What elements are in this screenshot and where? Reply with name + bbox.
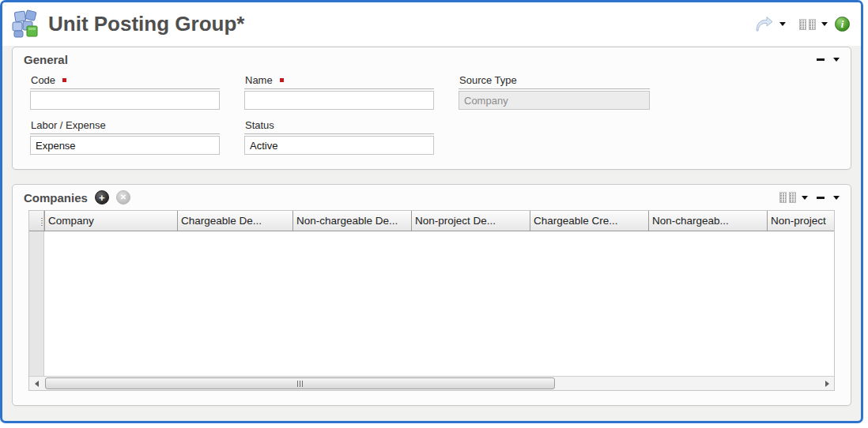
- thumb-grip-icon: [300, 381, 300, 387]
- arrow-left-icon: [35, 381, 39, 387]
- column-block-icon: [799, 19, 806, 30]
- column-chooser-icon[interactable]: [799, 19, 816, 30]
- companies-table: Company Chargeable De... Non-chargeable …: [28, 210, 835, 391]
- column-header-chargeable-debit[interactable]: Chargeable De...: [177, 211, 292, 231]
- horizontal-scrollbar[interactable]: [29, 376, 834, 390]
- column-block-icon: [789, 192, 796, 203]
- status-label-row: Status: [244, 119, 434, 134]
- column-header-non-chargeable-credit[interactable]: Non-chargeab...: [648, 211, 767, 231]
- status-input[interactable]: [244, 136, 434, 155]
- code-input[interactable]: [30, 91, 220, 110]
- required-marker-icon: [280, 78, 284, 82]
- source-type-field-group: Source Type: [459, 74, 650, 110]
- column-chooser-caret[interactable]: [821, 22, 828, 26]
- status-label: Status: [245, 119, 274, 131]
- page-content: General Code Name: [2, 46, 861, 406]
- scrollbar-thumb[interactable]: [45, 377, 555, 389]
- column-header-company[interactable]: Company: [44, 211, 177, 231]
- actions-dropdown-caret[interactable]: [779, 22, 786, 26]
- scroll-left-button[interactable]: [29, 377, 43, 390]
- companies-table-rows[interactable]: [44, 231, 834, 376]
- companies-panel-title: Companies: [24, 191, 88, 205]
- labor-expense-input[interactable]: [30, 136, 220, 155]
- general-panel: General Code Name: [12, 47, 851, 170]
- page-window: Unit Posting Group* i General: [0, 0, 863, 423]
- general-menu-caret[interactable]: [833, 58, 840, 62]
- code-field-group: Code: [30, 74, 220, 110]
- code-label-row: Code: [30, 74, 220, 89]
- posting-group-app-icon: [9, 9, 41, 40]
- companies-table-body: [29, 231, 834, 376]
- thumb-grip-icon: [302, 381, 303, 387]
- source-type-label-row: Source Type: [459, 74, 650, 89]
- add-company-button[interactable]: +: [95, 190, 109, 205]
- scrollbar-track[interactable]: [45, 377, 818, 389]
- column-header-non-project-debit[interactable]: Non-project De...: [411, 211, 530, 231]
- source-type-input: [459, 91, 650, 110]
- column-header-chargeable-credit[interactable]: Chargeable Cre...: [530, 211, 648, 231]
- source-type-label: Source Type: [459, 74, 517, 86]
- labor-expense-label-row: Labor / Expense: [30, 119, 220, 134]
- companies-table-header: Company Chargeable De... Non-chargeable …: [29, 211, 834, 231]
- labor-expense-label: Labor / Expense: [31, 119, 106, 131]
- collapse-general-icon[interactable]: [817, 58, 825, 61]
- name-label-row: Name: [244, 74, 434, 89]
- required-marker-icon: [62, 78, 66, 82]
- scroll-right-button[interactable]: [820, 377, 834, 390]
- name-label: Name: [245, 74, 273, 86]
- status-field-group: Status: [244, 119, 434, 155]
- labor-expense-field-group: Labor / Expense: [30, 119, 220, 155]
- companies-column-chooser-icon[interactable]: [779, 192, 796, 203]
- general-panel-title: General: [24, 53, 68, 66]
- row-selector-corner: [29, 211, 44, 231]
- name-field-group: Name: [244, 74, 434, 110]
- arrow-right-icon: [825, 381, 829, 387]
- info-icon[interactable]: i: [835, 17, 850, 32]
- actions-arrow-icon[interactable]: [753, 15, 774, 34]
- collapse-companies-icon[interactable]: [817, 197, 825, 199]
- delete-company-button: ✕: [116, 190, 130, 205]
- column-block-icon: [809, 19, 816, 30]
- page-title: Unit Posting Group*: [48, 12, 753, 36]
- name-input[interactable]: [244, 91, 434, 110]
- row-selector-column: [29, 231, 44, 376]
- column-header-non-chargeable-debit[interactable]: Non-chargeable De...: [292, 211, 411, 231]
- column-header-non-project-credit[interactable]: Non-project: [767, 211, 834, 231]
- companies-menu-caret[interactable]: [833, 196, 840, 200]
- code-label: Code: [31, 74, 55, 86]
- thumb-grip-icon: [297, 381, 298, 387]
- titlebar: Unit Posting Group* i: [2, 2, 861, 46]
- column-block-icon: [779, 192, 787, 203]
- companies-column-chooser-caret[interactable]: [802, 196, 808, 200]
- companies-panel: Companies + ✕ Company Chargeab: [12, 184, 851, 406]
